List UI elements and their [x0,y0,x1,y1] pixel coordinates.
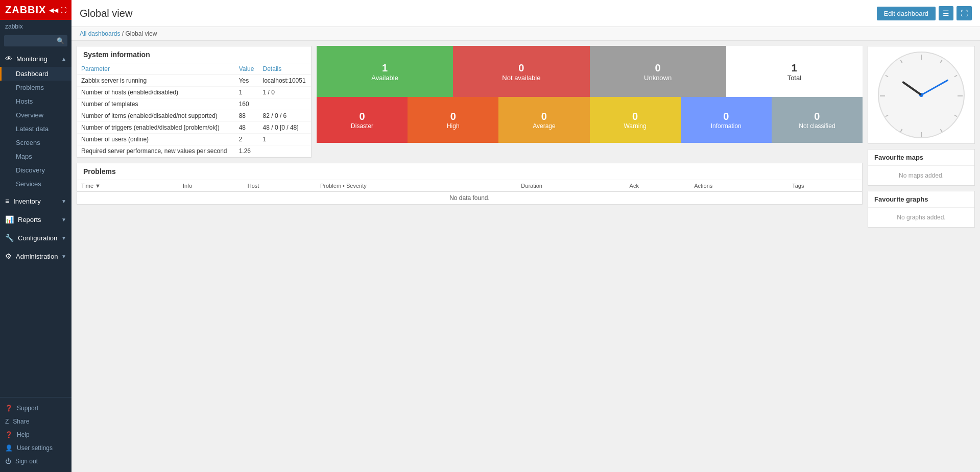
favourite-maps-widget: Favourite maps No maps added. [868,149,975,186]
clock-tick [885,115,888,117]
sidebar-item-latest-data[interactable]: Latest data [0,122,71,136]
avail-num: 1 [382,62,388,74]
avail-label: Available [371,74,398,82]
reports-chevron: ▼ [61,217,66,222]
logo-text: ZABBIX [5,4,46,16]
sidebar-item-screens[interactable]: Screens [0,136,71,150]
table-row: Number of items (enabled/disabled/not su… [77,110,311,122]
col-details: Details [259,63,311,75]
value-cell: 88 [235,110,259,122]
sidebar-section-reports-header[interactable]: 📊 Reports ▼ [0,211,71,228]
sidebar-bottom-sign-out[interactable]: ⏻ Sign out [0,455,71,468]
clock-tick [940,60,943,63]
param-cell: Number of users (online) [77,134,235,145]
severity-label: Warning [624,122,646,130]
details-cell: 1 / 0 [259,87,311,98]
sidebar-item-discovery[interactable]: Discovery [0,163,71,177]
system-info-widget: System information Parameter Value Detai… [77,46,312,158]
edit-dashboard-button[interactable]: Edit dashboard [877,7,936,20]
topbar: Global view Edit dashboard ☰ ⛶ [71,0,980,27]
inventory-label: Inventory [13,197,40,205]
problems-col-header: Duration [517,180,625,192]
sidebar-section-monitoring-header[interactable]: 👁 Monitoring ▲ [0,51,71,67]
problems-content: Time ▼InfoHostProblem • SeverityDuration… [77,180,862,204]
details-cell: 1 [259,134,311,145]
severity-num: 0 [360,110,365,122]
help-label: Help [17,431,30,438]
problems-col-header: Time ▼ [77,180,179,192]
clock-tick [954,75,957,78]
details-cell: localhost:10051 [259,75,311,87]
avail-label: Not available [502,74,540,82]
table-row: Required server performance, new values … [77,145,311,157]
dashboard-expand-button[interactable]: ⛶ [957,6,972,20]
breadcrumb: All dashboards / Global view [71,27,980,41]
system-info-table: Parameter Value Details Zabbix server is… [77,63,311,157]
table-row: Number of templates160 [77,98,311,110]
clock-tick [921,132,922,137]
col-value: Value [235,63,259,75]
share-icon: Z [5,418,9,425]
severity-cell: 0Warning [590,97,681,143]
severity-num: 0 [814,110,820,122]
avail-cell: 0Unknown [590,46,726,97]
main: Global view Edit dashboard ☰ ⛶ All dashb… [71,0,980,472]
clock-minute-hand [921,79,948,95]
sidebar-item-maps[interactable]: Maps [0,150,71,163]
favourite-maps-title: Favourite maps [868,150,974,166]
problems-col-header: Actions [690,180,788,192]
sidebar-bottom-user-settings[interactable]: 👤 User settings [0,441,71,455]
sidebar-bottom-share[interactable]: Z Share [0,415,71,428]
sidebar-bottom-help[interactable]: ❓ Help [0,428,71,441]
sidebar-search-container: 🔍 [0,33,71,48]
sidebar-section-configuration: 🔧 Configuration ▼ [0,230,71,246]
problems-col-header: Ack [626,180,690,192]
sidebar-item-dashboard[interactable]: Dashboard [0,67,71,81]
sidebar-section-reports: 📊 Reports ▼ [0,211,71,228]
param-cell: Number of triggers (enabled/disabled [pr… [77,122,235,134]
monitoring-chevron: ▲ [61,56,66,62]
severity-label: Not classified [799,122,835,130]
logo-icons: ◀◀ ⛶ [49,7,66,14]
sidebar-item-problems[interactable]: Problems [0,81,71,94]
breadcrumb-all-dashboards[interactable]: All dashboards [80,30,120,37]
severity-grid: 0Disaster0High0Average0Warning0Informati… [317,97,863,143]
user-settings-icon: 👤 [5,444,13,452]
clock-tick [900,60,903,63]
collapse-icon[interactable]: ◀◀ [49,7,58,14]
topbar-actions: Edit dashboard ☰ ⛶ [877,6,972,20]
sidebar-section-configuration-header[interactable]: 🔧 Configuration ▼ [0,230,71,246]
dashboard-list-button[interactable]: ☰ [939,6,953,20]
problems-col-header: Problem • Severity [316,180,517,192]
sidebar-bottom: ❓ Support Z Share ❓ Help 👤 User settings… [0,397,71,472]
sidebar-item-overview[interactable]: Overview [0,108,71,122]
clock-face [878,52,965,138]
severity-num: 0 [450,110,456,122]
configuration-chevron: ▼ [61,235,66,241]
table-row: Zabbix server is runningYeslocalhost:100… [77,75,311,87]
severity-label: Average [533,122,555,130]
severity-cell: 0Average [498,97,589,143]
sidebar-section-administration-header[interactable]: ⚙ Administration ▼ [0,248,71,264]
severity-cell: 0Information [681,97,772,143]
content: System information Parameter Value Detai… [71,41,980,472]
avail-cell: 1Available [317,46,453,97]
sidebar-item-hosts[interactable]: Hosts [0,94,71,108]
param-cell: Number of templates [77,98,235,110]
severity-num: 0 [632,110,638,122]
avail-label: Total [787,74,801,82]
sidebar-item-services[interactable]: Services [0,177,71,191]
clock-widget [868,46,975,144]
sidebar-section-monitoring: 👁 Monitoring ▲ Dashboard Problems Hosts … [0,51,71,191]
expand-icon[interactable]: ⛶ [60,7,66,14]
severity-label: High [447,122,460,130]
table-row: Number of users (online)21 [77,134,311,145]
sidebar-bottom-support[interactable]: ❓ Support [0,402,71,415]
details-cell [259,145,311,157]
logo: ZABBIX ◀◀ ⛶ [0,0,71,20]
sidebar-section-inventory-header[interactable]: ≡ Inventory ▼ [0,193,71,209]
system-info-title: System information [77,46,311,63]
breadcrumb-current: Global view [125,30,157,37]
right-panel: Favourite maps No maps added. Favourite … [868,46,975,467]
reports-label: Reports [18,216,41,223]
